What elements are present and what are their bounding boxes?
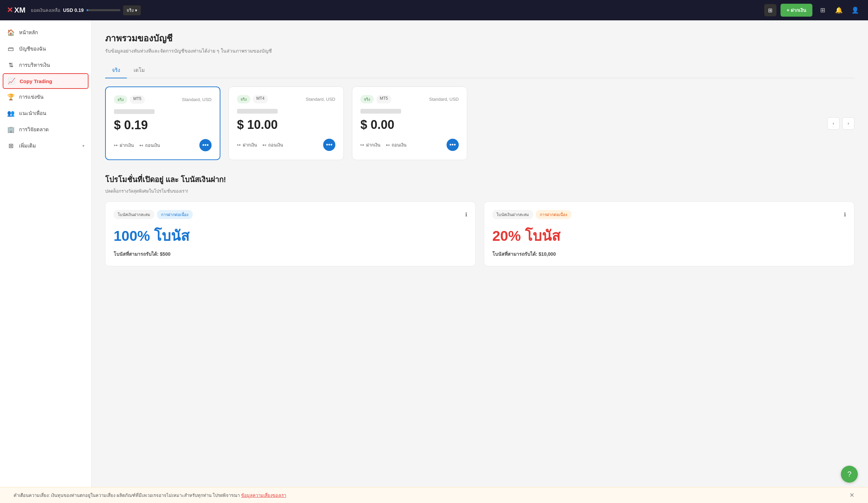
promo-bonus-pct-2: 20% โบนัส bbox=[492, 225, 846, 247]
withdraw-action-2[interactable]: ↤ ถอนเงิน bbox=[262, 142, 283, 148]
sidebar-item-label: เพิ่มเติม bbox=[19, 142, 36, 150]
user-profile-button[interactable]: 👤 bbox=[849, 4, 861, 16]
card-actions-1: ↦ ฝากเงิน ↤ ถอนเงิน ••• bbox=[114, 139, 211, 151]
promo-info-button-2[interactable]: ℹ bbox=[844, 211, 846, 218]
referral-icon: 👥 bbox=[7, 110, 15, 117]
card-header-1: จริง MT5 Standard, USD bbox=[114, 95, 211, 104]
tag-real-1: จริง bbox=[114, 95, 127, 104]
cards-container: จริง MT5 Standard, USD $ 0.19 ↦ ฝากเงิน bbox=[105, 86, 820, 160]
card-type-3: Standard, USD bbox=[429, 97, 459, 102]
card-more-button-3[interactable]: ••• bbox=[446, 139, 459, 151]
deposit-action-1[interactable]: ↦ ฝากเงิน bbox=[114, 142, 134, 149]
card-more-button-2[interactable]: ••• bbox=[323, 139, 335, 151]
account-number-2 bbox=[237, 109, 278, 114]
card-actions-2: ↦ ฝากเงิน ↤ ถอนเงิน ••• bbox=[237, 139, 335, 151]
tag-mt4-2: MT4 bbox=[253, 95, 268, 103]
sidebar-item-accounts[interactable]: 🗃 บัญชีของฉัน bbox=[0, 41, 91, 57]
withdraw-icon-3: ↤ bbox=[386, 142, 390, 147]
logo: ✕ XM bbox=[7, 6, 25, 14]
nav-next-button[interactable]: › bbox=[842, 117, 855, 130]
balance-bar bbox=[86, 9, 120, 11]
withdraw-action-3[interactable]: ↤ ถอนเงิน bbox=[386, 142, 406, 148]
logo-m-text: XM bbox=[14, 6, 25, 14]
card-actions-3: ↦ ฝากเงิน ↤ ถอนเงิน ••• bbox=[360, 139, 459, 151]
promo-card-1: โบนัสเงินฝากสะสม การฝากต่อเนื่อง ℹ 100% … bbox=[105, 202, 476, 266]
market-research-icon: 🏢 bbox=[7, 126, 15, 133]
sidebar-item-label: บัญชีของฉัน bbox=[19, 45, 46, 53]
sidebar-item-copy-trading[interactable]: 📈 Copy Trading bbox=[3, 73, 89, 89]
promotions-title: โปรโมชั่นที่เปิดอยู่ และ โบนัสเงินฝาก! bbox=[105, 174, 855, 186]
promo-tag-deposit-2: โบนัสเงินฝากสะสม bbox=[492, 210, 533, 219]
account-balance-2: $ 10.00 bbox=[237, 118, 335, 132]
deposit-icon-1: ↦ bbox=[114, 143, 118, 148]
promotions-section: โปรโมชั่นที่เปิดอยู่ และ โบนัสเงินฝาก! ป… bbox=[105, 174, 855, 266]
balance-bar-fill bbox=[86, 9, 88, 11]
accounts-icon: 🗃 bbox=[7, 45, 15, 53]
account-number-3 bbox=[360, 109, 401, 114]
bell-icon: 🔔 bbox=[835, 7, 843, 14]
card-tags-3: จริง MT5 bbox=[360, 95, 391, 103]
more-dots-icon: ••• bbox=[203, 142, 209, 149]
logo-x-icon: ✕ bbox=[7, 6, 13, 14]
more-icon: ⊞ bbox=[7, 142, 15, 150]
layout: 🏠 หน้าหลัก 🗃 บัญชีของฉัน ⇅ การบริหารเงิน… bbox=[0, 20, 868, 503]
page-subtitle: รับข้อมูลอย่างทันท่วงทีและจัดการบัญชีของ… bbox=[105, 47, 855, 55]
card-type-1: Standard, USD bbox=[182, 97, 211, 102]
copy-trading-icon: 📈 bbox=[8, 77, 16, 85]
disclaimer-link[interactable]: ข้อมูลความเสี่ยงของเรา bbox=[241, 493, 286, 498]
sidebar-item-label: การบริหารเงิน bbox=[19, 61, 50, 69]
account-card-3: จริง MT5 Standard, USD $ 0.00 ↦ ฝากเงิน bbox=[352, 86, 467, 160]
account-tabs: จริง เดโม bbox=[105, 63, 855, 78]
account-balance-1: $ 0.19 bbox=[114, 118, 211, 132]
balance-amount: USD 0.19 bbox=[63, 8, 84, 13]
balance-section: ยอดเงินคงเหลือ USD 0.19 จริง ▾ bbox=[31, 6, 141, 15]
sidebar-item-more[interactable]: ⊞ เพิ่มเติม ▾ bbox=[0, 138, 91, 154]
promo-card-2: โบนัสเงินฝากสะสม การฝากต่อเนื่อง ℹ 20% โ… bbox=[484, 202, 855, 266]
tag-real-2: จริง bbox=[237, 95, 250, 103]
notification-button[interactable]: 🔔 bbox=[833, 4, 845, 16]
disclaimer-bar: คำเตือนความเสี่ยง: เงินทุนของท่านตกอยู่ใ… bbox=[0, 487, 868, 503]
disclaimer-close-button[interactable]: ✕ bbox=[849, 492, 855, 499]
card-more-button-1[interactable]: ••• bbox=[199, 139, 211, 151]
promo-bonus-pct-1: 100% โบนัส bbox=[114, 225, 467, 247]
apps-icon: ⊞ bbox=[820, 7, 825, 14]
apps-icon-button[interactable]: ⊞ bbox=[816, 4, 829, 16]
sidebar-item-competitions[interactable]: 🏆 การแข่งขัน bbox=[0, 89, 91, 105]
sidebar-item-referral[interactable]: 👥 แนะนำเพื่อน bbox=[0, 105, 91, 121]
promo-info-button-1[interactable]: ℹ bbox=[465, 211, 467, 218]
nav-prev-button[interactable]: ‹ bbox=[827, 117, 839, 130]
promo-tags-2: โบนัสเงินฝากสะสม การฝากต่อเนื่อง ℹ bbox=[492, 210, 846, 219]
chevron-down-icon: ▾ bbox=[135, 8, 137, 13]
home-icon: 🏠 bbox=[7, 29, 15, 36]
deposit-icon-3: ↦ bbox=[360, 142, 364, 147]
promo-tags-1: โบนัสเงินฝากสะสม การฝากต่อเนื่อง ℹ bbox=[114, 210, 467, 219]
deposit-action-2[interactable]: ↦ ฝากเงิน bbox=[237, 142, 257, 148]
sidebar-item-label: หน้าหลัก bbox=[19, 29, 38, 37]
more-dots-icon-3: ••• bbox=[450, 142, 456, 148]
more-dots-icon-2: ••• bbox=[326, 142, 333, 148]
deposit-action-3[interactable]: ↦ ฝากเงิน bbox=[360, 142, 380, 148]
user-icon: 👤 bbox=[851, 7, 859, 14]
withdraw-action-1[interactable]: ↤ ถอนเงิน bbox=[140, 142, 160, 149]
tab-real[interactable]: จริง bbox=[105, 63, 127, 78]
header-right: ⊞ + ฝากเงิน ⊞ 🔔 👤 bbox=[764, 4, 861, 17]
card-header-3: จริง MT5 Standard, USD bbox=[360, 95, 459, 103]
sidebar-item-transactions[interactable]: ⇅ การบริหารเงิน bbox=[0, 57, 91, 73]
card-header-2: จริง MT4 Standard, USD bbox=[237, 95, 335, 103]
tag-real-3: จริง bbox=[360, 95, 374, 103]
grid-icon-button[interactable]: ⊞ bbox=[764, 4, 776, 16]
sidebar-item-market-research[interactable]: 🏢 การวิจัยตลาด bbox=[0, 121, 91, 138]
chevron-down-icon: ▾ bbox=[82, 143, 84, 148]
tag-mt5-1: MT5 bbox=[130, 95, 145, 104]
deposit-button[interactable]: + ฝากเงิน bbox=[781, 4, 813, 17]
deposit-icon-2: ↦ bbox=[237, 142, 241, 147]
help-button[interactable]: ? bbox=[841, 466, 858, 483]
account-balance-3: $ 0.00 bbox=[360, 118, 459, 132]
competitions-icon: 🏆 bbox=[7, 93, 15, 101]
tab-demo[interactable]: เดโม bbox=[127, 63, 152, 78]
sidebar-item-home[interactable]: 🏠 หน้าหลัก bbox=[0, 24, 91, 41]
info-icon-2: ℹ bbox=[844, 212, 846, 217]
transactions-icon: ⇅ bbox=[7, 61, 15, 69]
promo-tag-continuous-1: การฝากต่อเนื่อง bbox=[157, 210, 193, 219]
account-type-button[interactable]: จริง ▾ bbox=[123, 6, 141, 15]
